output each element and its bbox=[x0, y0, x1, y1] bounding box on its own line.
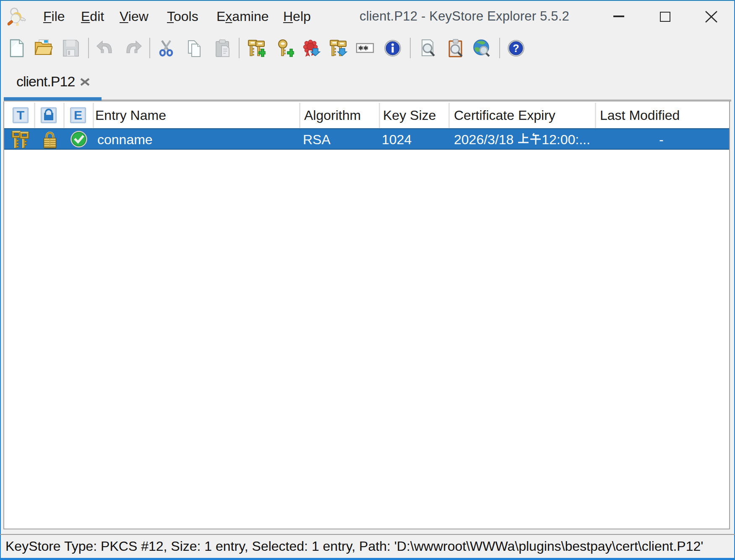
svg-text:E: E bbox=[74, 108, 82, 122]
svg-text:?: ? bbox=[513, 42, 519, 54]
svg-text:T: T bbox=[17, 108, 24, 122]
